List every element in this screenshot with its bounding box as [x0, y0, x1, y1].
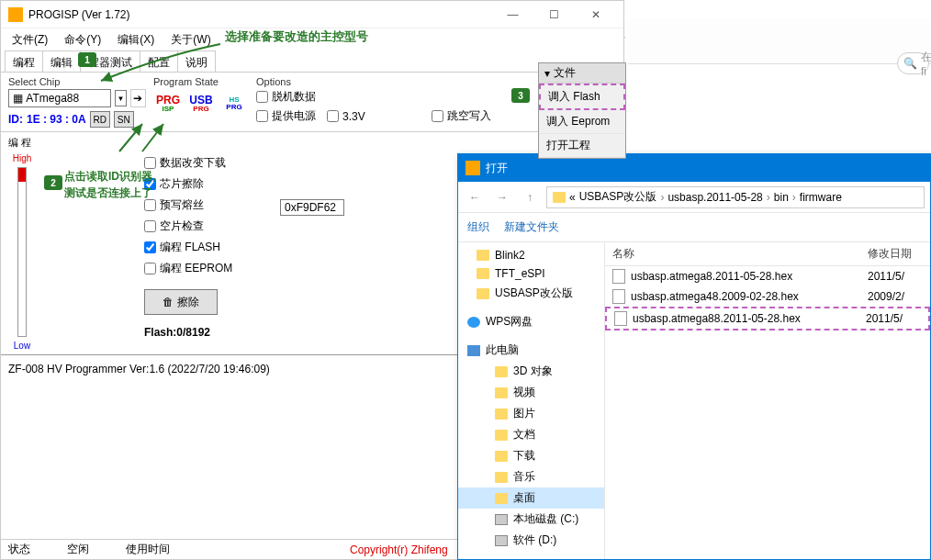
status-time-label: 使用时间	[126, 542, 170, 557]
status-label: 状态	[8, 542, 30, 557]
opt-program-flash[interactable]: 编程 FLASH	[144, 240, 273, 255]
search-input[interactable]: 🔍 在 fi	[897, 52, 929, 74]
tree-desktop[interactable]: 桌面	[458, 487, 604, 509]
folder-icon	[495, 387, 508, 398]
ctx-load-eeprom[interactable]: 调入 Eeprom	[539, 110, 625, 134]
ctx-menu-header[interactable]: ▾ 文件	[539, 63, 625, 84]
tree-3d[interactable]: 3D 对象	[458, 361, 604, 382]
tree-tft[interactable]: TFT_eSPI	[458, 264, 604, 283]
copyright: Copyright(r) Zhifeng	[350, 543, 448, 556]
opt-program-eeprom[interactable]: 编程 EEPROM	[144, 261, 273, 276]
tree-ddrive[interactable]: 软件 (D:)	[458, 530, 604, 551]
top-section: Select Chip ▦ ATmega88 ▼ ➔ ID: 1E : 93 :…	[1, 73, 623, 131]
file-row[interactable]: usbasp.atmega8.2011-05-28.hex 2011/5/	[605, 266, 930, 286]
file-icon	[612, 289, 625, 304]
background-window	[628, 18, 931, 64]
usb-prg-icon[interactable]: USB PRG	[186, 89, 216, 118]
chip-dropdown[interactable]: ▦ ATmega88	[8, 89, 111, 107]
chip-go-button[interactable]: ➔	[130, 89, 146, 107]
open-dialog: 打开 ← → ↑ « USBASP改公版 › usbasp.2011-05-28…	[457, 153, 931, 560]
tab-edit[interactable]: 编辑	[42, 50, 81, 72]
window-title: PROGISP (Ver 1.72)	[28, 8, 492, 21]
dialog-toolbar: 组织 新建文件夹	[458, 213, 930, 242]
nav-forward-icon[interactable]: →	[491, 186, 513, 208]
menu-about[interactable]: 关于(W)	[163, 30, 218, 50]
breadcrumb[interactable]: « USBASP改公版 › usbasp.2011-05-28 › bin › …	[546, 186, 925, 208]
prg-isp-icon[interactable]: PRG ISP	[153, 89, 183, 118]
maximize-button[interactable]: ☐	[533, 2, 575, 28]
opt-blank-check[interactable]: 空片检查	[144, 218, 273, 234]
nav-back-icon[interactable]: ←	[464, 186, 486, 208]
bc-2[interactable]: usbasp.2011-05-28	[667, 191, 762, 204]
trash-icon: 🗑	[163, 296, 174, 308]
tree-cdrive[interactable]: 本地磁盘 (C:)	[458, 509, 604, 530]
new-folder-button[interactable]: 新建文件夹	[504, 219, 559, 235]
close-button[interactable]: ✕	[575, 2, 616, 28]
select-chip-label: Select Chip	[8, 76, 146, 87]
ctx-open-project[interactable]: 打开工程	[539, 134, 625, 158]
chip-dropdown-arrow[interactable]: ▼	[115, 90, 126, 106]
drive-icon	[495, 514, 508, 525]
opt-3v3[interactable]: 3.3V	[327, 108, 365, 124]
menu-command[interactable]: 命令(Y)	[57, 30, 108, 50]
file-icon	[612, 269, 625, 284]
tree-video[interactable]: 视频	[458, 382, 604, 403]
bc-3[interactable]: bin	[774, 191, 789, 204]
tree-blink2[interactable]: Blink2	[458, 246, 604, 264]
badge-3: 3	[511, 88, 530, 103]
opt-provide-power[interactable]: 提供电源	[256, 108, 316, 124]
folder-icon	[495, 493, 508, 504]
nav-up-icon[interactable]: ↑	[519, 186, 541, 208]
tree-thispc[interactable]: 此电脑	[458, 340, 604, 361]
tree-wps[interactable]: WPS网盘	[458, 311, 604, 332]
select-chip-group: Select Chip ▦ ATmega88 ▼ ➔ ID: 1E : 93 :…	[8, 76, 146, 128]
opt-offline-data[interactable]: 脱机数据	[256, 89, 316, 105]
program-state-label: Program State	[153, 76, 249, 87]
tab-config[interactable]: 配置	[140, 50, 178, 72]
ctx-load-flash[interactable]: 调入 Flash	[539, 84, 625, 110]
tree-usbasp[interactable]: USBASP改公版	[458, 283, 604, 304]
folder-icon	[495, 430, 508, 441]
tree-pictures[interactable]: 图片	[458, 403, 604, 424]
annotation-2-text: 点击读取ID识别器,测试是否连接上了	[64, 168, 155, 201]
opt-pre-fuse[interactable]: 预写熔丝	[144, 197, 273, 213]
menu-edit[interactable]: 编辑(X)	[110, 30, 162, 50]
progress-bar-col: High Low	[8, 153, 36, 351]
tree-music[interactable]: 音乐	[458, 466, 604, 487]
chip-icon: ▦	[13, 92, 23, 105]
hs-prg-icon[interactable]: HS PRG	[219, 89, 249, 118]
file-row[interactable]: usbasp.atmega48.2009-02-28.hex 2009/2/	[605, 286, 930, 307]
opt-data-change-download[interactable]: 数据改变下载	[144, 155, 273, 171]
bc-4[interactable]: firmware	[800, 191, 842, 204]
annotation-1-text: 选择准备要改造的主控型号	[225, 28, 368, 45]
low-label: Low	[14, 341, 30, 351]
files-header: 名称 修改日期	[605, 242, 930, 266]
bc-1[interactable]: USBASP改公版	[579, 189, 657, 205]
folder-icon	[495, 451, 508, 462]
folder-icon	[477, 250, 489, 261]
sn-button[interactable]: SN	[114, 111, 134, 128]
tree-downloads[interactable]: 下载	[458, 445, 604, 466]
folder-icon	[495, 366, 508, 377]
fuse-input[interactable]	[280, 199, 344, 216]
id-value: 1E : 93 : 0A	[27, 113, 86, 126]
file-row-selected[interactable]: usbasp.atmega88.2011-05-28.hex 2011/5/	[605, 307, 930, 330]
high-label: High	[13, 153, 32, 163]
minimize-button[interactable]: —	[492, 2, 533, 28]
tab-help[interactable]: 说明	[177, 50, 216, 72]
erase-button[interactable]: 🗑擦除	[144, 289, 218, 315]
options-col-1: 数据改变下载 芯片擦除 预写熔丝 空片检查 编程 FLASH 编程 EEPROM…	[144, 153, 273, 351]
tab-program[interactable]: 编程	[5, 50, 43, 72]
col-date[interactable]: 修改日期	[868, 246, 923, 262]
titlebar: PROGISP (Ver 1.72) — ☐ ✕	[1, 1, 623, 28]
col-name[interactable]: 名称	[612, 246, 868, 262]
organize-button[interactable]: 组织	[467, 219, 489, 235]
file-icon	[614, 311, 627, 326]
menu-file[interactable]: 文件(Z)	[5, 30, 55, 50]
dialog-title: 打开	[486, 161, 508, 176]
opt-chip-erase[interactable]: 芯片擦除	[144, 176, 273, 192]
chip-value: ATmega88	[26, 92, 79, 105]
tree-documents[interactable]: 文档	[458, 424, 604, 445]
opt-skip-blank[interactable]: 跳空写入	[432, 108, 491, 124]
rd-button[interactable]: RD	[90, 111, 110, 128]
